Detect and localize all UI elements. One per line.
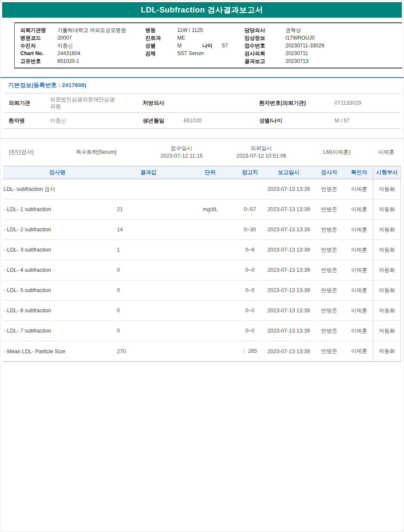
patient-info-row: 검사의뢰20230711 — [244, 50, 402, 57]
reported-datetime: 2023-07-13 13:39 — [264, 267, 313, 274]
patient-info-row: 임상정보I17WROUJ0 — [244, 34, 402, 42]
test-name: LDL- subfraction 검사 — [3, 186, 112, 193]
field-label: 의뢰기관 — [9, 100, 50, 107]
field-label: 성별/나이 — [259, 117, 335, 124]
field-label: 처방의사 — [143, 100, 184, 107]
result-value: 14 — [112, 227, 185, 233]
order-department: LM(이제훈) — [304, 149, 369, 156]
tester-name: 반병준 — [313, 246, 345, 254]
reference-range: 〉265 — [235, 348, 264, 355]
performing-dept: 자동화 — [373, 240, 401, 260]
reported-datetime: 2023-07-13 13:39 — [264, 246, 313, 253]
tester-name: 반병준 — [313, 186, 345, 193]
tester-name: 반병준 — [313, 267, 345, 274]
test-name: ··LDL- 4 subfraction — [3, 267, 112, 273]
field-value: 이종신 — [50, 117, 143, 124]
reference-range: 0~0 — [235, 267, 264, 273]
results-table: 검사명결과값단위참고치보고일시검사자확인자시행부서 LDL- subfracti… — [3, 166, 401, 362]
field-label: 고유번호 — [20, 57, 57, 65]
result-row: ··LDL- 1 subfraction 21 mg/dL 0~57 2023-… — [3, 199, 401, 220]
performing-dept: 자동화 — [373, 341, 401, 361]
patient-info-row: Chart No.24431604 — [20, 50, 145, 57]
performing-dept: 자동화 — [373, 220, 401, 240]
field-value: M / 57 — [335, 118, 401, 124]
patient-info-row: 고유번호651020-1 — [20, 57, 145, 65]
request-datetime: 의뢰일시 2023-07-12 10:51:06 — [218, 144, 304, 160]
field-label: 임상정보 — [244, 34, 285, 42]
field-value: 20230711 — [285, 50, 308, 56]
field-label: 성별 — [145, 42, 177, 50]
test-name: ··Mean LDL- Particle Size — [3, 348, 112, 355]
result-unit: mg/dL — [185, 206, 235, 212]
order-doctor: 이제훈 — [369, 149, 404, 156]
field-value: 24431604 — [57, 50, 80, 56]
field-value: ME — [177, 34, 202, 42]
reported-datetime: 2023-07-13 13:39 — [264, 327, 313, 334]
receipt-datetime: 접수일시 2023-07-12 11:15 — [145, 144, 218, 160]
field-label: 검사의뢰 — [244, 50, 285, 57]
result-row: ··LDL- 4 subfraction 0 0~0 2023-07-13 13… — [3, 260, 401, 280]
result-value: 270 — [112, 348, 185, 355]
field-label: 병원코드 — [20, 34, 57, 42]
field-value: M — [177, 42, 202, 50]
field-label: 환자명 — [9, 117, 50, 124]
reference-range: 0~0 — [235, 308, 264, 314]
result-value: 0 — [112, 267, 185, 273]
column-header: 보고일시 — [264, 169, 313, 176]
reference-range: 0~0 — [235, 328, 264, 334]
result-row: ··LDL- 6 subfraction 0 0~0 2023-07-13 13… — [3, 301, 401, 321]
reported-datetime: 2023-07-13 13:39 — [264, 287, 313, 294]
patient-info-row: 진료과ME — [145, 34, 244, 42]
field-value: I17WROUJ0 — [285, 35, 314, 41]
field-value-2: 57 — [222, 43, 228, 49]
result-value: 0 — [112, 287, 185, 293]
verifier-name: 이제훈 — [345, 186, 373, 193]
field-label: 수진자 — [20, 42, 57, 50]
patient-info-row: 의뢰기관명가톨릭대학교 여의도성모병원 — [20, 26, 145, 34]
test-name: ··LDL- 6 subfraction — [3, 308, 112, 314]
column-header: 시행부서 — [373, 166, 401, 179]
patient-info-row: 병원코드20007 — [20, 34, 145, 42]
verifier-name: 이제훈 — [345, 287, 373, 294]
reported-datetime: 2023-07-13 13:39 — [264, 226, 313, 233]
result-row: ··LDL- 7 subfraction 0 0~0 2023-07-13 13… — [3, 321, 401, 341]
request-value: 2023-07-12 10:51:06 — [218, 152, 304, 160]
tester-name: 반병준 — [313, 287, 345, 294]
verifier-name: 이제훈 — [345, 206, 373, 213]
field-label: 결과보고 — [244, 57, 285, 65]
column-header: 단위 — [185, 169, 235, 176]
order-test-group: 특수화학[Serum] — [67, 149, 145, 156]
reference-range: 0~57 — [235, 206, 264, 212]
basic-info-table: 의뢰기관 의료법인삼광의료재단삼광의원 처방의사 환자번호(의뢰기관) 0711… — [3, 93, 401, 129]
reported-datetime: 2023-07-13 13:39 — [264, 186, 313, 193]
column-header: 확인자 — [345, 169, 373, 176]
field-label: 의뢰기관명 — [20, 26, 57, 34]
test-name: ··LDL- 7 subfraction — [3, 328, 112, 334]
verifier-name: 이제훈 — [345, 226, 373, 233]
order-info-bar: [진단검사] 특수화학[Serum] 접수일시 2023-07-12 11:15… — [0, 139, 404, 166]
basic-info-row-2: 환자명 이종신 생년월일 651020 성별/나이 M / 57 — [3, 113, 401, 129]
tester-name: 반병준 — [313, 348, 345, 355]
patient-info-row: 접수번호20230711-33029 — [244, 42, 402, 50]
field-value: SST Serum — [177, 50, 204, 57]
patient-info-box: 의뢰기관명가톨릭대학교 여의도성모병원 병원코드20007 수진자이종신 Cha… — [14, 22, 402, 68]
test-name: ··LDL- 5 subfraction — [3, 287, 112, 293]
result-row: ··LDL- 2 subfraction 14 0~30 2023-07-13 … — [3, 220, 401, 240]
patient-info-row: 결과보고20230713 — [244, 57, 402, 65]
patient-info-row: 병동11W / 1125 — [145, 26, 244, 34]
test-name: ··LDL- 1 subfraction — [3, 206, 112, 212]
reported-datetime: 2023-07-13 13:39 — [264, 348, 313, 355]
field-value: 가톨릭대학교 여의도성모병원 — [57, 27, 126, 33]
performing-dept: 자동화 — [373, 321, 401, 341]
field-value: 20230713 — [285, 58, 308, 64]
report-page: LDL-Subfraction 검사결과보고서 의뢰기관명가톨릭대학교 여의도성… — [0, 0, 404, 532]
field-label: 진료과 — [145, 34, 177, 42]
field-label: Chart No. — [20, 50, 57, 57]
field-label: 병동 — [145, 26, 177, 34]
result-value: 21 — [112, 206, 185, 212]
test-name: ··LDL- 3 subfraction — [3, 247, 112, 253]
verifier-name: 이제훈 — [345, 348, 373, 355]
tester-name: 반병준 — [313, 327, 345, 335]
field-value: 651020 — [184, 118, 259, 124]
performing-dept: 자동화 — [373, 199, 401, 219]
